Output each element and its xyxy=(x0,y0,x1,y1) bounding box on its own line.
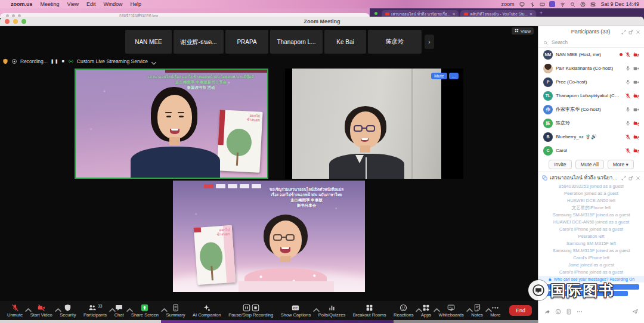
toolbar-share-screen[interactable]: Share Screen xyxy=(130,303,163,318)
mic-on-icon[interactable] xyxy=(625,118,631,129)
chevron-up-icon[interactable] xyxy=(415,306,419,308)
close-icon[interactable] xyxy=(636,172,640,183)
participant-row[interactable]: NMNAN MEE (Host, me) xyxy=(538,48,644,61)
toolbar-chat[interactable]: Chat xyxy=(113,303,129,318)
app-badge-icon[interactable] xyxy=(549,1,555,7)
camera-on-icon[interactable] xyxy=(633,104,639,115)
camera-off-icon[interactable] xyxy=(633,91,639,101)
popout-icon[interactable] xyxy=(628,26,633,37)
participant-row[interactable]: 陈陈彦玲 xyxy=(538,116,644,130)
mic-muted-icon[interactable] xyxy=(625,91,631,101)
close-icon[interactable] xyxy=(636,26,640,37)
toolbar-apps[interactable]: Apps xyxy=(420,303,436,318)
more--button[interactable]: More ▾ xyxy=(608,160,634,169)
participant-row[interactable]: 作作家李东华 (Co-host) xyxy=(538,103,644,116)
video-feed-speaker-3[interactable]: ขอเชิญร่วมเสวนาออนไลน์เปิดตัวหนังสือแปลเ… xyxy=(173,181,365,292)
bluetooth-icon[interactable] xyxy=(529,1,535,7)
chevron-up-icon[interactable] xyxy=(466,306,469,308)
menu-item-meeting[interactable]: Meeting xyxy=(41,1,60,7)
chevron-down-icon[interactable] xyxy=(151,60,154,63)
camera-off-icon[interactable] xyxy=(633,49,639,60)
mute-participant-button[interactable]: Mute xyxy=(431,73,447,79)
chevron-up-icon[interactable] xyxy=(24,306,28,308)
video-feed-speaker-2[interactable]: Mute ... xyxy=(285,69,463,179)
toolbar-unmute[interactable]: Unmute xyxy=(6,303,27,318)
participant-more-button[interactable]: ... xyxy=(449,73,459,79)
filmstrip-next-button[interactable]: › xyxy=(425,35,434,49)
wifi-icon[interactable] xyxy=(559,1,565,7)
toolbar-breakout-rooms[interactable]: Breakout Rooms xyxy=(352,303,391,318)
camera-on-icon[interactable] xyxy=(633,77,639,88)
user-icon[interactable] xyxy=(580,1,586,7)
toolbar-notes[interactable]: Notes xyxy=(470,303,488,318)
menu-item-view[interactable]: View xyxy=(67,1,79,7)
camera-on-icon[interactable] xyxy=(633,63,639,74)
mic-muted-icon[interactable] xyxy=(625,132,631,142)
filmstrip-tile[interactable]: NAN MEE xyxy=(125,30,172,54)
participant-row[interactable]: TLThanaporn Lohapiriyakul (Co-host) xyxy=(538,89,644,103)
popout-icon[interactable] xyxy=(628,172,633,183)
share-file-icon[interactable] xyxy=(544,306,550,317)
filmstrip-tile[interactable]: PRAPA xyxy=(225,30,268,54)
collapse-icon[interactable] xyxy=(621,172,626,183)
menu-item-window[interactable]: Window xyxy=(103,1,122,7)
screen-mirroring-icon[interactable] xyxy=(519,1,525,7)
chevron-up-icon[interactable] xyxy=(433,306,436,308)
pause-recording-button[interactable]: ❚❚ xyxy=(51,59,59,64)
filmstrip-tile[interactable]: 谢业辉-ธนด... xyxy=(174,30,224,54)
participant-row[interactable]: PPree (Co-host) xyxy=(538,75,644,89)
menubar-clock[interactable]: Sat 9 Dec 14:49 xyxy=(600,1,639,7)
new-tab-button[interactable]: + xyxy=(540,10,543,16)
participant-row[interactable]: BBlueberry_xz 🧋🔊 xyxy=(538,130,644,144)
chevron-up-icon[interactable] xyxy=(54,306,58,308)
toolbar-reactions[interactable]: Reactions xyxy=(392,303,418,318)
more-options-icon[interactable] xyxy=(577,306,583,317)
search-input[interactable] xyxy=(550,39,639,46)
mic-muted-icon[interactable] xyxy=(625,145,631,156)
menu-item-edit[interactable]: Edit xyxy=(86,1,96,7)
filmstrip-tile[interactable]: Thanaporn L... xyxy=(270,30,323,54)
filmstrip-tile[interactable]: 陈彦玲 xyxy=(368,30,422,54)
video-feed-speaker-1[interactable]: เสวนาออนไลน์เรื่อง ออกไปข้างนอกหน้าฝน โด… xyxy=(75,69,268,179)
invite-button[interactable]: Invite xyxy=(549,160,571,169)
zoom-app-menubar-label[interactable]: zoom xyxy=(501,1,514,7)
send-message-icon[interactable] xyxy=(632,306,638,317)
participant-row[interactable]: Pair Kukiatinanta (Co-host) xyxy=(538,61,644,75)
toolbar-whiteboards[interactable]: Whiteboards xyxy=(438,303,469,318)
mic-muted-icon[interactable] xyxy=(625,49,631,60)
menu-item-zoomus[interactable]: zoom.us xyxy=(11,1,33,7)
menu-item-help[interactable]: Help xyxy=(130,1,141,7)
toolbar-show-captions[interactable]: CCShow Captions xyxy=(280,303,315,318)
encryption-shield-icon[interactable] xyxy=(2,58,8,64)
attach-file-icon[interactable] xyxy=(566,306,572,317)
toolbar-summary[interactable]: Summary xyxy=(165,303,190,318)
view-button[interactable]: View xyxy=(512,27,534,35)
control-center-icon[interactable] xyxy=(590,1,596,7)
participants-search[interactable] xyxy=(538,37,644,48)
chevron-up-icon[interactable] xyxy=(109,306,112,308)
chevron-up-icon[interactable] xyxy=(312,306,316,308)
end-meeting-button[interactable]: End xyxy=(509,305,532,316)
chevron-up-icon[interactable] xyxy=(126,306,129,308)
toolbar-participants[interactable]: 33Participants xyxy=(82,303,112,318)
toolbar-security[interactable]: Security xyxy=(58,303,80,318)
mic-on-icon[interactable] xyxy=(625,104,631,115)
camera-off-icon[interactable] xyxy=(633,145,639,156)
toolbar-more[interactable]: More xyxy=(489,303,505,318)
toolbar-ai-companion[interactable]: AI Companion xyxy=(191,303,226,318)
toolbar-pause-stop-recording[interactable]: Pause/Stop Recording xyxy=(227,303,278,318)
mute-all-button[interactable]: Mute All xyxy=(575,160,604,169)
keyboard-icon[interactable] xyxy=(539,1,545,7)
toolbar-start-video[interactable]: Start Video xyxy=(29,303,57,318)
collapse-icon[interactable] xyxy=(621,26,626,37)
mic-on-icon[interactable] xyxy=(625,77,631,88)
chevron-up-icon[interactable] xyxy=(160,306,164,308)
mic-on-icon[interactable] xyxy=(625,63,631,74)
stop-recording-button[interactable]: ■ xyxy=(62,59,65,63)
filmstrip-tile[interactable]: Ke Bai xyxy=(324,30,366,54)
participant-row[interactable]: CCarol xyxy=(538,144,644,157)
camera-off-icon[interactable] xyxy=(633,132,639,142)
emoji-icon[interactable] xyxy=(555,306,561,317)
toolbar-polls-quizzes[interactable]: Polls/Quizzes xyxy=(317,303,350,318)
search-icon[interactable] xyxy=(569,1,575,7)
